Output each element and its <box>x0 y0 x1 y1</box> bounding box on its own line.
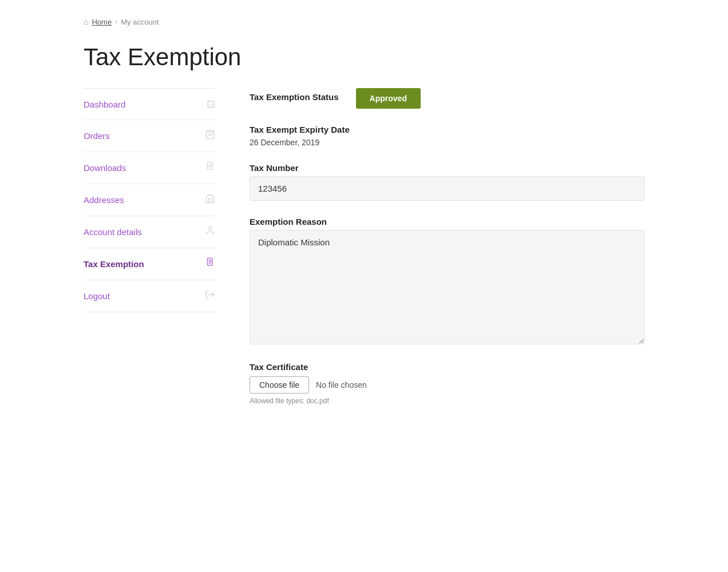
sidebar-label-downloads: Downloads <box>84 163 126 173</box>
choose-file-button[interactable]: Choose file <box>250 376 309 394</box>
orders-icon <box>205 129 215 142</box>
expiry-section: Tax Exempt Expirty Date 26 December, 201… <box>250 125 644 147</box>
sidebar-item-dashboard[interactable]: Dashboard ⊡ <box>84 88 215 120</box>
tax-certificate-section: Tax Certificate Choose file No file chos… <box>250 362 644 405</box>
tax-number-input[interactable] <box>250 176 644 201</box>
page-title: Tax Exemption <box>84 43 644 71</box>
breadcrumb: ⌂ Home › My account <box>84 17 644 26</box>
sidebar-item-logout[interactable]: Logout <box>84 280 215 312</box>
sidebar-item-downloads[interactable]: Downloads <box>84 152 215 184</box>
sidebar-label-addresses: Addresses <box>84 195 124 205</box>
home-icon: ⌂ <box>84 17 88 26</box>
breadcrumb-home-link[interactable]: Home <box>92 18 112 26</box>
downloads-icon <box>206 161 215 174</box>
sidebar-label-orders: Orders <box>84 131 110 141</box>
expiry-label: Tax Exempt Expirty Date <box>250 125 644 134</box>
main-content: Tax Exemption Status Approved Tax Exempt… <box>250 88 644 405</box>
sidebar: Dashboard ⊡ Orders Downloads <box>84 88 215 405</box>
sidebar-item-account-details[interactable]: Account details <box>84 216 215 248</box>
status-row: Tax Exemption Status Approved <box>250 88 644 109</box>
sidebar-label-dashboard: Dashboard <box>84 100 125 109</box>
sidebar-item-orders[interactable]: Orders <box>84 120 215 152</box>
tax-certificate-label: Tax Certificate <box>250 362 644 372</box>
allowed-types-text: Allowed file types: doc,pdf <box>250 397 644 405</box>
dashboard-icon: ⊡ <box>207 98 215 110</box>
status-label: Tax Exemption Status <box>250 92 339 102</box>
sidebar-label-logout: Logout <box>84 291 110 301</box>
sidebar-item-tax-exemption[interactable]: Tax Exemption <box>84 248 215 280</box>
expiry-value: 26 December, 2019 <box>250 138 644 147</box>
sidebar-item-addresses[interactable]: Addresses <box>84 184 215 216</box>
sidebar-label-tax-exemption: Tax Exemption <box>84 259 144 269</box>
exemption-reason-textarea[interactable]: Diplomatic Mission <box>250 230 644 344</box>
no-file-text: No file chosen <box>316 380 367 390</box>
breadcrumb-separator: › <box>115 18 117 26</box>
status-badge: Approved <box>356 88 421 109</box>
logout-icon <box>205 289 215 303</box>
exemption-reason-section: Exemption Reason Diplomatic Mission <box>250 217 644 346</box>
tax-number-section: Tax Number <box>250 163 644 201</box>
sidebar-label-account-details: Account details <box>84 227 142 237</box>
addresses-icon <box>205 193 215 206</box>
tax-number-label: Tax Number <box>250 163 644 173</box>
svg-point-2 <box>208 227 212 230</box>
exemption-reason-label: Exemption Reason <box>250 217 644 227</box>
account-details-icon <box>205 225 215 239</box>
file-upload-row: Choose file No file chosen <box>250 376 644 394</box>
tax-exemption-icon <box>206 257 215 271</box>
breadcrumb-current: My account <box>121 18 159 26</box>
